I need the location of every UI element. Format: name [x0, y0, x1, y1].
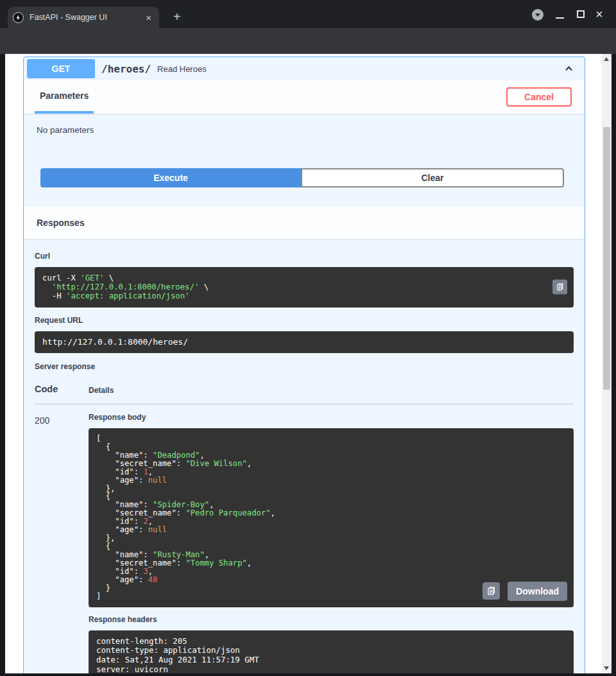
- opblock-summary[interactable]: GET /heroes/ Read Heroes: [24, 57, 585, 80]
- response-headers-code: content-length: 205 content-type: applic…: [89, 630, 574, 673]
- curl-label: Curl: [35, 252, 574, 261]
- scrollbar-down-arrow[interactable]: [604, 666, 609, 670]
- clear-button[interactable]: Clear: [301, 168, 564, 187]
- responses-header: Responses: [24, 207, 585, 239]
- details-column-header: Details: [89, 384, 114, 395]
- response-headers-label: Response headers: [89, 615, 574, 624]
- execute-button[interactable]: Execute: [40, 168, 301, 187]
- no-parameters-text: No parameters: [24, 114, 585, 135]
- response-row-200: 200 Response body [ { "name": "Deadpond"…: [35, 404, 574, 673]
- scrollbar-track[interactable]: [602, 54, 612, 673]
- browser-toolbar: ← → 127.0.0.1:8000/docs#/default/read_he…: [0, 28, 616, 54]
- endpoint-summary: Read Heroes: [157, 64, 207, 74]
- browser-tab[interactable]: FastAPI - Swagger UI ×: [8, 6, 159, 28]
- http-method-badge: GET: [27, 59, 95, 78]
- request-url-value: http://127.0.0.1:8000/heroes/: [35, 331, 574, 353]
- scrollbar-up-arrow[interactable]: [604, 57, 609, 61]
- tab-bar: FastAPI - Swagger UI × + ×: [0, 0, 616, 28]
- execute-wrapper: Execute Clear: [24, 135, 585, 207]
- responses-title: Responses: [37, 218, 85, 228]
- curl-code: curl -X 'GET' \ 'http://127.0.0.1:8000/h…: [35, 267, 574, 308]
- scrollbar-thumb[interactable]: [603, 127, 610, 390]
- cancel-button[interactable]: Cancel: [506, 87, 572, 107]
- fastapi-favicon-icon: [13, 12, 24, 23]
- window-menu-button[interactable]: [532, 9, 543, 21]
- copy-curl-button[interactable]: [552, 280, 567, 295]
- copy-response-button[interactable]: [483, 582, 500, 600]
- response-table-head: Code Details: [35, 377, 574, 404]
- responses-body: Curl curl -X 'GET' \ 'http://127.0.0.1:8…: [24, 239, 585, 673]
- code-column-header: Code: [35, 384, 89, 395]
- response-body-label: Response body: [89, 413, 574, 422]
- tab-parameters[interactable]: Parameters: [35, 80, 94, 114]
- page-content: GET /heroes/ Read Heroes Parameters Canc…: [5, 54, 602, 673]
- server-response-label: Server response: [35, 362, 574, 371]
- opblock-get-heroes: GET /heroes/ Read Heroes Parameters Canc…: [23, 56, 585, 673]
- status-code: 200: [35, 413, 89, 673]
- window-close-button[interactable]: ×: [595, 7, 603, 21]
- parameters-header: Parameters Cancel: [24, 80, 585, 114]
- tab-close-icon[interactable]: ×: [142, 12, 155, 24]
- parameters-title: Parameters: [40, 91, 89, 101]
- minimize-button[interactable]: [556, 17, 564, 19]
- tab-title: FastAPI - Swagger UI: [30, 13, 142, 22]
- maximize-button[interactable]: [577, 10, 585, 18]
- collapse-chevron-icon[interactable]: [564, 64, 574, 73]
- request-url-label: Request URL: [35, 316, 574, 325]
- new-tab-button[interactable]: +: [169, 8, 185, 25]
- download-button[interactable]: Download: [508, 582, 567, 601]
- response-body-code: [ { "name": "Deadpond", "secret_name": "…: [89, 428, 574, 607]
- chevron-down-icon: [535, 13, 540, 17]
- endpoint-path: /heroes/: [101, 63, 151, 75]
